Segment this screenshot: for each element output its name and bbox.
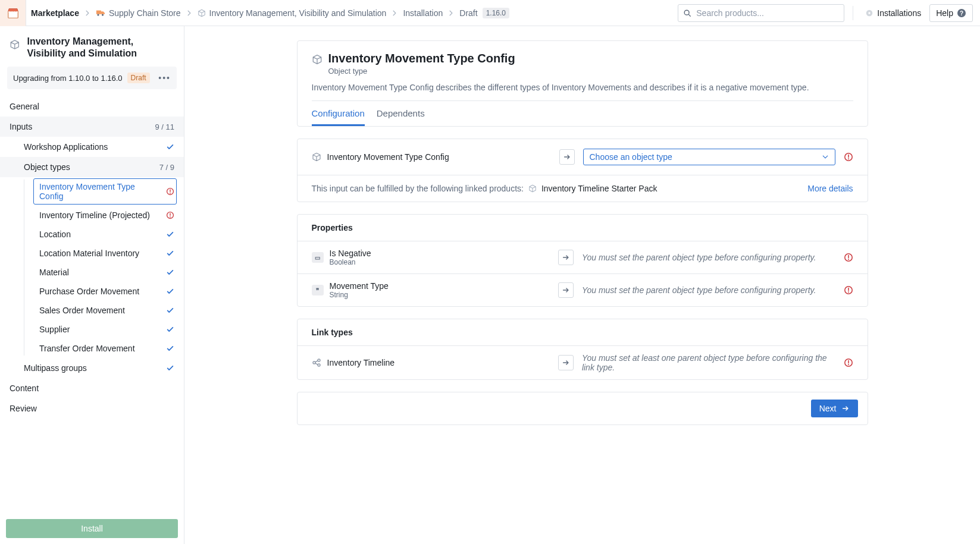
map-button[interactable] <box>559 149 575 165</box>
object-type-label: Transfer Order Movement <box>39 344 161 353</box>
search-icon <box>683 9 691 17</box>
next-label: Next <box>819 404 837 413</box>
object-type-select[interactable]: Choose an object type <box>583 149 835 165</box>
object-type-item[interactable]: Material <box>0 263 184 282</box>
error-icon <box>166 187 174 196</box>
properties-title: Properties <box>298 215 868 241</box>
property-type: Boolean <box>330 258 371 266</box>
help-icon <box>957 8 966 18</box>
disc-icon <box>865 9 873 17</box>
object-type-label: Sales Order Movement <box>39 306 161 315</box>
search-box[interactable] <box>678 4 844 22</box>
section-multipass[interactable]: Multipass groups <box>0 358 184 378</box>
check-icon <box>166 344 174 353</box>
page-description: Inventory Movement Type Config describes… <box>312 83 853 92</box>
object-type-list: Inventory Movement Type ConfigInventory … <box>0 177 184 358</box>
truck-icon <box>96 9 105 17</box>
section-review[interactable]: Review <box>0 398 184 419</box>
object-type-label: Purchase Order Movement <box>39 287 161 296</box>
object-type-item[interactable]: Sales Order Movement <box>0 301 184 320</box>
install-button[interactable]: Install <box>6 519 178 538</box>
object-type-item[interactable]: Purchase Order Movement <box>0 282 184 301</box>
map-button[interactable] <box>558 282 574 298</box>
linked-product[interactable]: Inventory Timeline Starter Pack <box>541 184 657 193</box>
crumb-page[interactable]: Installation <box>403 8 443 18</box>
crumb-state[interactable]: Draft <box>459 8 477 18</box>
linktypes-card: Link types Inventory Timeline You must s… <box>297 319 868 380</box>
object-type-item[interactable]: Inventory Timeline (Projected) <box>0 206 184 225</box>
tabs: Configuration Dependents <box>298 101 868 126</box>
section-label: Object types <box>24 162 159 172</box>
crumb-product-label: Inventory Management, Visibility and Sim… <box>209 8 387 18</box>
installations-label: Installations <box>877 8 921 18</box>
cube-icon <box>528 184 537 193</box>
chevron-right-icon <box>84 10 91 17</box>
cube-icon <box>198 9 206 17</box>
arrow-right-icon <box>562 253 570 262</box>
chevron-right-icon <box>391 10 398 17</box>
sidebar-tree: General Inputs 9 / 11 Workshop Applicati… <box>0 96 184 513</box>
crumb-app[interactable]: Marketplace <box>31 8 79 18</box>
property-row: ▭ Is Negative Boolean You must set the p… <box>298 241 868 274</box>
check-icon <box>166 268 174 276</box>
storefront-icon <box>7 7 20 20</box>
chevron-right-icon <box>447 10 455 17</box>
boolean-icon: ▭ <box>312 252 324 263</box>
search-input[interactable] <box>696 8 839 18</box>
crumb-product[interactable]: Inventory Management, Visibility and Sim… <box>198 8 387 18</box>
map-button[interactable] <box>558 250 574 265</box>
linktype-name: Inventory Timeline <box>327 358 395 367</box>
object-type-item[interactable]: Transfer Order Movement <box>0 339 184 358</box>
more-details-link[interactable]: More details <box>807 184 853 193</box>
sidebar-title: Inventory Management, Visibility and Sim… <box>27 36 175 59</box>
crumb-store[interactable]: Supply Chain Store <box>96 8 181 18</box>
select-placeholder: Choose an object type <box>590 152 672 162</box>
chevron-down-icon <box>822 153 829 161</box>
arrow-right-icon <box>841 404 850 413</box>
more-menu-button[interactable]: ••• <box>158 73 171 83</box>
section-workshop[interactable]: Workshop Applications <box>0 137 184 157</box>
sidebar-header: Inventory Management, Visibility and Sim… <box>0 26 184 67</box>
section-content[interactable]: Content <box>0 378 184 398</box>
error-icon <box>844 253 853 262</box>
object-type-label: Inventory Movement Type Config <box>39 182 161 201</box>
section-label: Inputs <box>10 122 155 131</box>
section-count: 9 / 11 <box>155 122 174 131</box>
sidebar: Inventory Management, Visibility and Sim… <box>0 26 184 544</box>
chevron-right-icon <box>186 10 193 17</box>
object-type-item[interactable]: Inventory Movement Type Config <box>0 177 184 206</box>
config-row: Inventory Movement Type Config Choose an… <box>298 139 868 175</box>
section-count: 7 / 9 <box>159 163 174 172</box>
next-button[interactable]: Next <box>811 400 858 417</box>
topbar: Marketplace Supply Chain Store Inventory… <box>0 0 980 26</box>
section-label: General <box>10 102 174 111</box>
draft-chip: Draft <box>127 73 150 83</box>
object-type-item[interactable]: Supplier <box>0 320 184 339</box>
check-icon <box>166 230 174 238</box>
check-icon <box>166 325 174 334</box>
arrow-right-icon <box>562 286 570 294</box>
tab-dependents[interactable]: Dependents <box>377 101 425 126</box>
header-card: Inventory Movement Type Config Object ty… <box>297 40 868 127</box>
object-type-item[interactable]: Location <box>0 225 184 244</box>
installations-link[interactable]: Installations <box>862 8 925 18</box>
app-logo[interactable] <box>0 0 26 26</box>
help-button[interactable]: Help <box>929 4 973 22</box>
linktypes-title: Link types <box>298 319 868 346</box>
page-title: Inventory Movement Type Config <box>328 52 515 65</box>
check-icon <box>166 306 174 315</box>
error-icon <box>844 152 853 162</box>
object-type-label: Inventory Timeline (Projected) <box>39 210 161 220</box>
crumb-store-label: Supply Chain Store <box>109 8 181 18</box>
object-type-label: Supplier <box>39 325 161 334</box>
object-type-item[interactable]: Location Material Inventory <box>0 244 184 263</box>
tab-configuration[interactable]: Configuration <box>312 101 365 126</box>
arrow-right-icon <box>562 359 570 367</box>
property-message: You must set the parent object type befo… <box>582 285 835 295</box>
section-general[interactable]: General <box>0 96 184 117</box>
config-card: Inventory Movement Type Config Choose an… <box>297 139 868 202</box>
map-button[interactable] <box>558 355 574 370</box>
error-icon <box>844 358 853 367</box>
section-inputs[interactable]: Inputs 9 / 11 <box>0 117 184 137</box>
section-object-types[interactable]: Object types 7 / 9 <box>0 157 184 177</box>
